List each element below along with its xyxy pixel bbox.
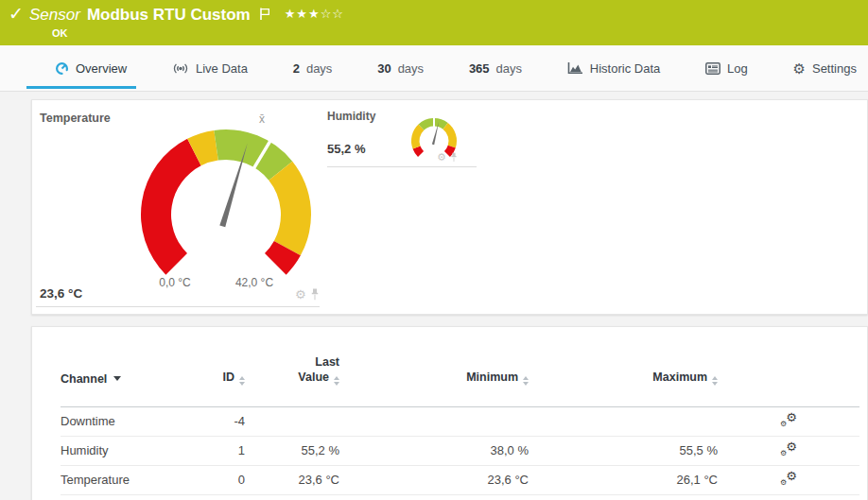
column-header-last-value[interactable]: Last Value <box>245 327 339 406</box>
tab-historic-data[interactable]: Historic Data <box>567 45 660 92</box>
humidity-gauge-tools: ⚙ <box>437 152 458 163</box>
table-row: Temperature 0 23,6 °C 23,6 °C 26,1 °C ⚙⚙ <box>61 465 859 494</box>
divider <box>36 306 320 307</box>
channel-name: Downtime <box>61 406 202 436</box>
channel-id: 1 <box>202 436 245 465</box>
star-filled-icon[interactable]: ★ <box>296 7 307 21</box>
gauge-icon <box>55 61 69 76</box>
sort-desc-icon <box>113 376 121 381</box>
temperature-gauge-title: Temperature <box>40 112 111 125</box>
channel-last-value <box>245 406 339 436</box>
gauges-panel: Temperature 0,0 °C 42,0 °C x̄ 23,6 °C ⚙ … <box>31 99 868 315</box>
channel-settings-icon[interactable]: ⚙⚙ <box>780 441 797 457</box>
object-kind-label: Sensor <box>29 6 80 25</box>
channel-minimum <box>339 406 529 436</box>
sensor-title-line: Sensor Modbus RTU Custom ★★★☆☆ <box>29 4 343 26</box>
status-badge: OK <box>52 27 68 39</box>
tab-365-days[interactable]: 365 days <box>469 45 522 92</box>
channels-panel: Channel ID Last Value Minimum Maximum <box>31 326 868 500</box>
tab-overview[interactable]: Overview <box>55 45 127 92</box>
tab-live-data[interactable]: Live Data <box>172 45 248 92</box>
gauge-scale-max: 42,0 °C <box>217 276 292 289</box>
channel-maximum: 26,1 °C <box>529 465 718 494</box>
channel-minimum: 38,0 % <box>339 436 529 465</box>
average-marker-label: x̄ <box>259 112 265 126</box>
humidity-gauge-title: Humidity <box>327 110 375 123</box>
table-header-row: Channel ID Last Value Minimum Maximum <box>61 327 859 406</box>
tab-settings[interactable]: ⚙ Settings <box>793 45 857 92</box>
pin-icon[interactable] <box>450 152 458 163</box>
sort-icon <box>523 376 529 386</box>
channel-id: -4 <box>202 406 245 436</box>
flag-icon[interactable] <box>259 7 270 21</box>
channel-minimum: 23,6 °C <box>339 465 529 494</box>
temperature-gauge-tools: ⚙ <box>295 288 320 301</box>
channel-last-value: 55,2 % <box>245 436 339 465</box>
gear-icon[interactable]: ⚙ <box>295 288 306 301</box>
pin-icon[interactable] <box>310 288 320 301</box>
star-filled-icon[interactable]: ★ <box>308 7 320 21</box>
channel-id: 0 <box>202 465 245 494</box>
tab-2-days[interactable]: 2 days <box>293 45 333 92</box>
gear-icon[interactable]: ⚙ <box>437 152 446 163</box>
tab-30-days[interactable]: 30 days <box>377 45 424 92</box>
gear-icon: ⚙ <box>793 61 806 76</box>
column-header-minimum[interactable]: Minimum <box>339 327 529 406</box>
channel-settings-icon[interactable]: ⚙⚙ <box>780 471 797 486</box>
check-icon: ✓ <box>9 3 24 25</box>
channel-maximum <box>529 406 718 436</box>
channel-name: Temperature <box>61 465 202 494</box>
star-filled-icon[interactable]: ★ <box>285 7 296 21</box>
table-row: Humidity 1 55,2 % 38,0 % 55,5 % ⚙⚙ <box>61 436 859 465</box>
column-header-settings <box>718 327 859 406</box>
sort-icon <box>334 376 339 386</box>
star-empty-icon[interactable]: ☆ <box>332 7 343 21</box>
humidity-value: 55,2 % <box>327 142 365 156</box>
channel-name: Humidity <box>61 436 202 465</box>
tab-log[interactable]: Log <box>705 45 748 92</box>
channel-settings-icon[interactable]: ⚙⚙ <box>780 412 797 427</box>
broadcast-icon <box>172 61 189 76</box>
log-icon <box>705 62 720 75</box>
column-header-id[interactable]: ID <box>202 327 245 406</box>
divider <box>327 166 477 167</box>
column-header-maximum[interactable]: Maximum <box>529 327 718 406</box>
sort-icon <box>712 376 718 386</box>
priority-stars[interactable]: ★★★☆☆ <box>285 7 343 21</box>
star-empty-icon[interactable]: ☆ <box>321 7 332 21</box>
temperature-value: 23,6 °C <box>40 286 82 301</box>
page-title: Modbus RTU Custom <box>87 6 251 25</box>
sort-icon <box>239 376 245 386</box>
area-chart-icon <box>567 61 583 75</box>
channel-maximum: 55,5 % <box>529 436 718 465</box>
table-row: Downtime -4 ⚙⚙ <box>61 406 859 436</box>
channel-last-value: 23,6 °C <box>245 465 339 494</box>
gauge-scale-min: 0,0 °C <box>137 276 213 289</box>
column-header-channel[interactable]: Channel <box>61 327 202 406</box>
tab-bar: Overview Live Data 2 days 30 days 365 da… <box>0 45 868 92</box>
sensor-header: ✓ Sensor Modbus RTU Custom ★★★☆☆ OK <box>0 0 868 45</box>
channels-table: Channel ID Last Value Minimum Maximum <box>61 327 859 495</box>
